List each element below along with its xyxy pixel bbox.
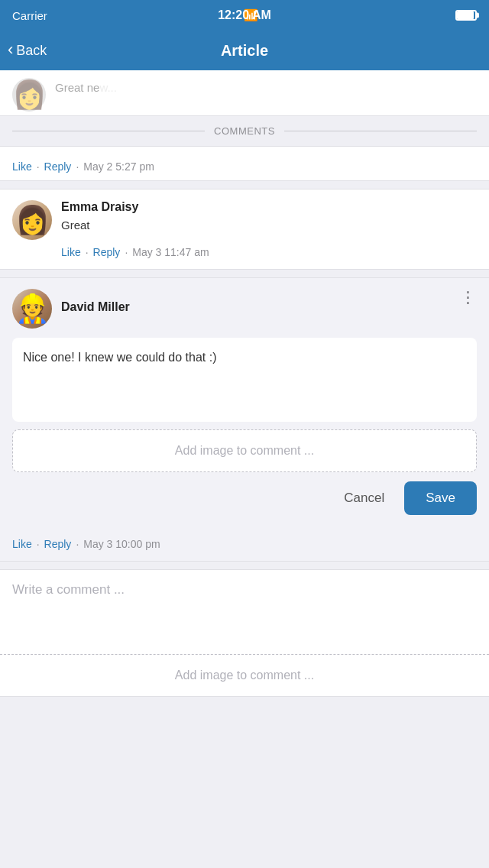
write-comment-input[interactable]: Write a comment ...: [0, 570, 489, 654]
add-image-label: Add image to comment ...: [175, 444, 314, 457]
status-bar-center: 12:20 AM: [218, 8, 271, 22]
like-button-top[interactable]: Like: [12, 160, 32, 173]
reply-button-emma[interactable]: Reply: [93, 246, 121, 258]
battery-area: [455, 10, 477, 21]
write-comment-placeholder: Write a comment ...: [12, 582, 125, 597]
add-image-button[interactable]: Add image to comment ...: [12, 429, 477, 472]
more-options-icon[interactable]: ︙: [459, 289, 477, 307]
like-button-david[interactable]: Like: [12, 538, 32, 550]
comment-card-emma: Emma Draisy Great Like · Reply · May 3 1…: [0, 189, 489, 270]
nav-bar: ‹ Back Article: [0, 31, 489, 70]
cancel-button[interactable]: Cancel: [333, 483, 395, 513]
avatar-emma: [12, 200, 52, 240]
edit-action-buttons: Cancel Save: [12, 481, 477, 518]
battery-icon: [455, 10, 477, 21]
back-chevron-icon: ‹: [8, 40, 13, 60]
comment-text-emma: Great: [61, 217, 477, 233]
timestamp-david: May 3 10:00 pm: [83, 538, 160, 550]
reply-button-top[interactable]: Reply: [44, 160, 72, 173]
write-comment-image-label: Add image to comment ...: [175, 669, 314, 682]
commenter-name-david: David Miller: [61, 300, 130, 314]
commenter-name-emma: Emma Draisy: [61, 200, 477, 214]
status-bar: Carrier 📶 12:20 AM: [0, 0, 489, 31]
avatar-david: [12, 289, 52, 329]
comments-label: COMMENTS: [214, 125, 275, 137]
like-button-emma[interactable]: Like: [61, 246, 81, 258]
carrier-label: Carrier: [12, 9, 47, 22]
top-partial-comment-card: Like · Reply · May 2 5:27 pm: [0, 146, 489, 181]
comment-card-david: David Miller ︙ Nice one! I knew we could…: [0, 277, 489, 562]
write-comment-image-button[interactable]: Add image to comment ...: [0, 654, 489, 696]
truncated-comment-text: Great new...: [55, 78, 117, 94]
page-title: Article: [221, 42, 268, 60]
back-label: Back: [16, 43, 47, 59]
back-button[interactable]: ‹ Back: [8, 41, 47, 60]
header-line-right: [284, 131, 477, 131]
write-comment-section: Write a comment ... Add image to comment…: [0, 569, 489, 697]
avatar: [12, 78, 46, 112]
reply-button-david[interactable]: Reply: [44, 538, 72, 550]
timestamp-top: May 2 5:27 pm: [83, 160, 154, 173]
truncated-comment: Great new...: [0, 70, 489, 116]
timestamp-emma: May 3 11:47 am: [132, 246, 209, 258]
save-button[interactable]: Save: [404, 481, 477, 515]
edit-comment-textarea[interactable]: Nice one! I knew we could do that :): [12, 338, 477, 422]
header-line-left: [12, 131, 205, 131]
comments-section-header: COMMENTS: [0, 116, 489, 146]
edit-comment-text: Nice one! I knew we could do that :): [23, 351, 216, 364]
